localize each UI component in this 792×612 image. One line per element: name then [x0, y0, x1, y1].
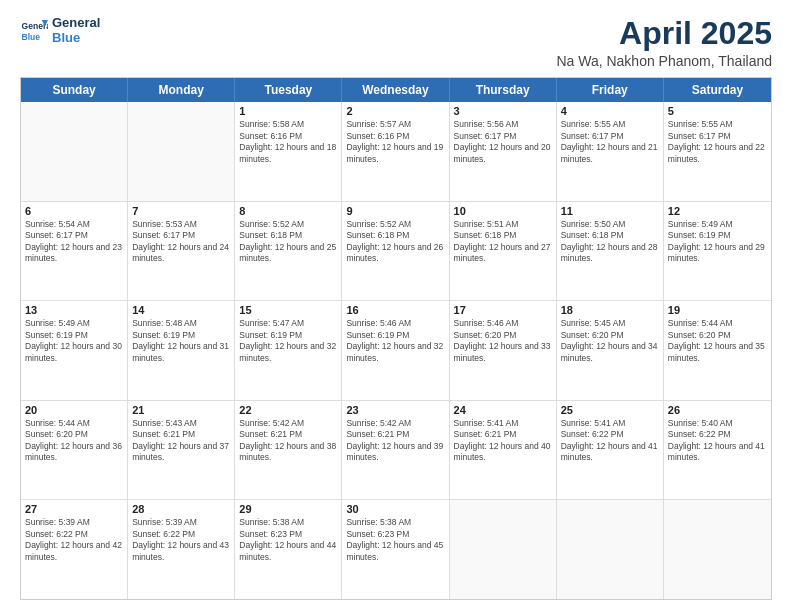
cell-detail: Sunrise: 5:54 AM Sunset: 6:17 PM Dayligh…: [25, 219, 123, 265]
cell-detail: Sunrise: 5:56 AM Sunset: 6:17 PM Dayligh…: [454, 119, 552, 165]
calendar-cell: 16Sunrise: 5:46 AM Sunset: 6:19 PM Dayli…: [342, 301, 449, 400]
calendar-cell: [450, 500, 557, 599]
calendar-cell: 10Sunrise: 5:51 AM Sunset: 6:18 PM Dayli…: [450, 202, 557, 301]
calendar-cell: 22Sunrise: 5:42 AM Sunset: 6:21 PM Dayli…: [235, 401, 342, 500]
calendar-header-friday: Friday: [557, 78, 664, 102]
cell-detail: Sunrise: 5:50 AM Sunset: 6:18 PM Dayligh…: [561, 219, 659, 265]
calendar-cell: [557, 500, 664, 599]
calendar-header-tuesday: Tuesday: [235, 78, 342, 102]
calendar-header-thursday: Thursday: [450, 78, 557, 102]
page: General Blue General Blue April 2025 Na …: [0, 0, 792, 612]
calendar-cell: 15Sunrise: 5:47 AM Sunset: 6:19 PM Dayli…: [235, 301, 342, 400]
logo: General Blue General Blue: [20, 16, 100, 46]
calendar-cell: [21, 102, 128, 201]
day-number: 19: [668, 304, 767, 316]
cell-detail: Sunrise: 5:49 AM Sunset: 6:19 PM Dayligh…: [668, 219, 767, 265]
cell-detail: Sunrise: 5:48 AM Sunset: 6:19 PM Dayligh…: [132, 318, 230, 364]
day-number: 24: [454, 404, 552, 416]
calendar-cell: 21Sunrise: 5:43 AM Sunset: 6:21 PM Dayli…: [128, 401, 235, 500]
day-number: 25: [561, 404, 659, 416]
svg-text:Blue: Blue: [22, 31, 41, 41]
calendar-cell: 9Sunrise: 5:52 AM Sunset: 6:18 PM Daylig…: [342, 202, 449, 301]
calendar-header-monday: Monday: [128, 78, 235, 102]
calendar-row-5: 27Sunrise: 5:39 AM Sunset: 6:22 PM Dayli…: [21, 499, 771, 599]
cell-detail: Sunrise: 5:43 AM Sunset: 6:21 PM Dayligh…: [132, 418, 230, 464]
day-number: 10: [454, 205, 552, 217]
day-number: 21: [132, 404, 230, 416]
calendar-header-saturday: Saturday: [664, 78, 771, 102]
cell-detail: Sunrise: 5:42 AM Sunset: 6:21 PM Dayligh…: [346, 418, 444, 464]
calendar-cell: 7Sunrise: 5:53 AM Sunset: 6:17 PM Daylig…: [128, 202, 235, 301]
calendar-cell: 2Sunrise: 5:57 AM Sunset: 6:16 PM Daylig…: [342, 102, 449, 201]
day-number: 11: [561, 205, 659, 217]
cell-detail: Sunrise: 5:40 AM Sunset: 6:22 PM Dayligh…: [668, 418, 767, 464]
cell-detail: Sunrise: 5:46 AM Sunset: 6:19 PM Dayligh…: [346, 318, 444, 364]
day-number: 12: [668, 205, 767, 217]
day-number: 16: [346, 304, 444, 316]
day-number: 4: [561, 105, 659, 117]
day-number: 28: [132, 503, 230, 515]
calendar-header: SundayMondayTuesdayWednesdayThursdayFrid…: [21, 78, 771, 102]
calendar-cell: 28Sunrise: 5:39 AM Sunset: 6:22 PM Dayli…: [128, 500, 235, 599]
calendar-cell: 23Sunrise: 5:42 AM Sunset: 6:21 PM Dayli…: [342, 401, 449, 500]
day-number: 27: [25, 503, 123, 515]
calendar-cell: 29Sunrise: 5:38 AM Sunset: 6:23 PM Dayli…: [235, 500, 342, 599]
cell-detail: Sunrise: 5:51 AM Sunset: 6:18 PM Dayligh…: [454, 219, 552, 265]
calendar-body: 1Sunrise: 5:58 AM Sunset: 6:16 PM Daylig…: [21, 102, 771, 599]
logo-line1: General: [52, 16, 100, 31]
calendar-cell: 1Sunrise: 5:58 AM Sunset: 6:16 PM Daylig…: [235, 102, 342, 201]
calendar-cell: 4Sunrise: 5:55 AM Sunset: 6:17 PM Daylig…: [557, 102, 664, 201]
calendar-cell: 26Sunrise: 5:40 AM Sunset: 6:22 PM Dayli…: [664, 401, 771, 500]
cell-detail: Sunrise: 5:42 AM Sunset: 6:21 PM Dayligh…: [239, 418, 337, 464]
calendar-cell: 30Sunrise: 5:38 AM Sunset: 6:23 PM Dayli…: [342, 500, 449, 599]
calendar-row-3: 13Sunrise: 5:49 AM Sunset: 6:19 PM Dayli…: [21, 300, 771, 400]
calendar-cell: 8Sunrise: 5:52 AM Sunset: 6:18 PM Daylig…: [235, 202, 342, 301]
day-number: 1: [239, 105, 337, 117]
day-number: 22: [239, 404, 337, 416]
title-block: April 2025 Na Wa, Nakhon Phanom, Thailan…: [556, 16, 772, 69]
day-number: 23: [346, 404, 444, 416]
calendar-cell: [128, 102, 235, 201]
cell-detail: Sunrise: 5:45 AM Sunset: 6:20 PM Dayligh…: [561, 318, 659, 364]
cell-detail: Sunrise: 5:49 AM Sunset: 6:19 PM Dayligh…: [25, 318, 123, 364]
calendar-cell: [664, 500, 771, 599]
calendar: SundayMondayTuesdayWednesdayThursdayFrid…: [20, 77, 772, 600]
calendar-cell: 11Sunrise: 5:50 AM Sunset: 6:18 PM Dayli…: [557, 202, 664, 301]
cell-detail: Sunrise: 5:58 AM Sunset: 6:16 PM Dayligh…: [239, 119, 337, 165]
cell-detail: Sunrise: 5:41 AM Sunset: 6:22 PM Dayligh…: [561, 418, 659, 464]
calendar-cell: 20Sunrise: 5:44 AM Sunset: 6:20 PM Dayli…: [21, 401, 128, 500]
calendar-cell: 14Sunrise: 5:48 AM Sunset: 6:19 PM Dayli…: [128, 301, 235, 400]
header: General Blue General Blue April 2025 Na …: [20, 16, 772, 69]
calendar-cell: 25Sunrise: 5:41 AM Sunset: 6:22 PM Dayli…: [557, 401, 664, 500]
day-number: 26: [668, 404, 767, 416]
day-number: 14: [132, 304, 230, 316]
cell-detail: Sunrise: 5:55 AM Sunset: 6:17 PM Dayligh…: [561, 119, 659, 165]
day-number: 8: [239, 205, 337, 217]
day-number: 18: [561, 304, 659, 316]
day-number: 7: [132, 205, 230, 217]
day-number: 2: [346, 105, 444, 117]
cell-detail: Sunrise: 5:57 AM Sunset: 6:16 PM Dayligh…: [346, 119, 444, 165]
cell-detail: Sunrise: 5:52 AM Sunset: 6:18 PM Dayligh…: [346, 219, 444, 265]
calendar-row-4: 20Sunrise: 5:44 AM Sunset: 6:20 PM Dayli…: [21, 400, 771, 500]
day-number: 3: [454, 105, 552, 117]
day-number: 5: [668, 105, 767, 117]
calendar-cell: 24Sunrise: 5:41 AM Sunset: 6:21 PM Dayli…: [450, 401, 557, 500]
day-number: 17: [454, 304, 552, 316]
cell-detail: Sunrise: 5:41 AM Sunset: 6:21 PM Dayligh…: [454, 418, 552, 464]
cell-detail: Sunrise: 5:38 AM Sunset: 6:23 PM Dayligh…: [346, 517, 444, 563]
calendar-row-1: 1Sunrise: 5:58 AM Sunset: 6:16 PM Daylig…: [21, 102, 771, 201]
day-number: 6: [25, 205, 123, 217]
calendar-header-wednesday: Wednesday: [342, 78, 449, 102]
cell-detail: Sunrise: 5:53 AM Sunset: 6:17 PM Dayligh…: [132, 219, 230, 265]
calendar-cell: 12Sunrise: 5:49 AM Sunset: 6:19 PM Dayli…: [664, 202, 771, 301]
day-number: 29: [239, 503, 337, 515]
calendar-cell: 17Sunrise: 5:46 AM Sunset: 6:20 PM Dayli…: [450, 301, 557, 400]
day-number: 30: [346, 503, 444, 515]
calendar-cell: 18Sunrise: 5:45 AM Sunset: 6:20 PM Dayli…: [557, 301, 664, 400]
cell-detail: Sunrise: 5:46 AM Sunset: 6:20 PM Dayligh…: [454, 318, 552, 364]
calendar-cell: 5Sunrise: 5:55 AM Sunset: 6:17 PM Daylig…: [664, 102, 771, 201]
calendar-cell: 3Sunrise: 5:56 AM Sunset: 6:17 PM Daylig…: [450, 102, 557, 201]
calendar-header-sunday: Sunday: [21, 78, 128, 102]
cell-detail: Sunrise: 5:55 AM Sunset: 6:17 PM Dayligh…: [668, 119, 767, 165]
